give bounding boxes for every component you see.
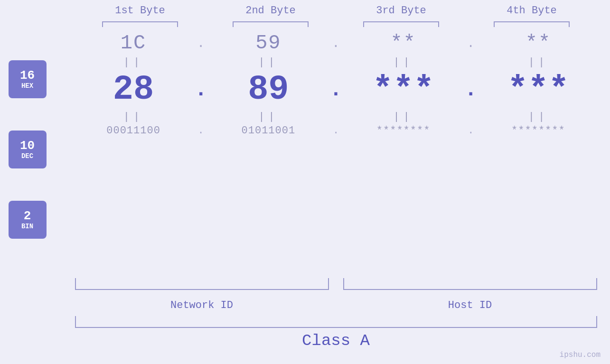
dec-byte4-cell: *** xyxy=(491,70,586,109)
bracket-line-4 xyxy=(494,21,570,22)
eq1-b1: || xyxy=(86,56,181,68)
bracket-cell-1 xyxy=(93,21,188,22)
bottom-section: Network ID Host ID xyxy=(75,278,597,311)
bracket-cell-3 xyxy=(354,21,449,22)
bin-byte1-cell: 00011100 xyxy=(86,125,181,137)
network-id-label: Network ID xyxy=(75,299,329,311)
byte-headers: 1st Byte 2nd Byte 3rd Byte 4th Byte xyxy=(75,5,597,17)
eq1-b3: || xyxy=(356,56,451,68)
bin-byte2-cell: 01011001 xyxy=(221,125,316,137)
dec-byte1-value: 28 xyxy=(113,70,154,109)
eq2-b3: || xyxy=(356,111,451,123)
bin-dot2: . xyxy=(328,125,343,137)
bracket-cell-2 xyxy=(223,21,318,22)
hex-byte4-cell: ** xyxy=(491,32,586,55)
bin-byte1-value: 00011100 xyxy=(106,125,160,137)
dec-byte2-value: 89 xyxy=(248,70,289,109)
hex-byte3-value: ** xyxy=(390,32,416,55)
dec-dot3: . xyxy=(464,78,478,102)
hex-row: 1C . 59 . ** . ** xyxy=(70,32,602,55)
dec-row: 28 . 89 . *** . *** xyxy=(70,70,602,109)
dec-byte1-cell: 28 xyxy=(86,70,181,109)
network-bracket xyxy=(75,278,329,290)
hex-byte1-cell: 1C xyxy=(86,32,181,55)
bin-row: 00011100 . 01011001 . ******** . *******… xyxy=(70,125,602,137)
dec-byte2-cell: 89 xyxy=(221,70,316,109)
eq2-b4: || xyxy=(491,111,586,123)
dec-badge: 10 DEC xyxy=(9,131,47,168)
hex-badge: 16 HEX xyxy=(9,60,47,98)
dec-byte4-value: *** xyxy=(507,70,569,109)
class-label: Class A xyxy=(75,332,597,350)
bracket-line-1 xyxy=(102,21,178,22)
bin-byte4-value: ******** xyxy=(511,125,565,137)
full-bracket xyxy=(75,316,597,328)
hex-byte4-value: ** xyxy=(526,32,551,55)
watermark: ipshu.com xyxy=(560,351,601,359)
eq2-dot2 xyxy=(328,111,343,123)
id-brackets xyxy=(75,278,597,297)
hex-dot1: . xyxy=(194,36,208,51)
base-labels: 16 HEX 10 DEC 2 BIN xyxy=(9,32,70,271)
host-id-label: Host ID xyxy=(343,299,597,311)
eq1-b2: || xyxy=(221,56,316,68)
eq2-b1: || xyxy=(86,111,181,123)
eq1-b4: || xyxy=(491,56,586,68)
dec-dot1: . xyxy=(194,78,208,102)
eq-dot1 xyxy=(194,56,208,68)
eq2-dot3 xyxy=(464,111,478,123)
main-container: 1st Byte 2nd Byte 3rd Byte 4th Byte 16 H… xyxy=(0,0,610,364)
dec-byte3-cell: *** xyxy=(356,70,451,109)
dec-byte3-value: *** xyxy=(373,70,434,109)
bin-byte3-value: ******** xyxy=(376,125,431,137)
bin-byte4-cell: ******** xyxy=(491,125,586,137)
bin-byte2-value: 01011001 xyxy=(242,125,296,137)
id-labels: Network ID Host ID xyxy=(75,299,597,311)
eq2-dot1 xyxy=(194,111,208,123)
hex-byte2-cell: 59 xyxy=(221,32,316,55)
hex-byte1-value: 1C xyxy=(121,32,146,55)
dec-dot2: . xyxy=(328,78,343,102)
byte2-header: 2nd Byte xyxy=(223,5,318,17)
byte1-header: 1st Byte xyxy=(93,5,188,17)
equals-row-1: || || || || xyxy=(70,55,602,70)
hex-byte2-value: 59 xyxy=(255,32,281,55)
byte4-header: 4th Byte xyxy=(484,5,579,17)
bin-badge: 2 BIN xyxy=(9,201,47,239)
bracket-cell-4 xyxy=(484,21,579,22)
hex-dot2: . xyxy=(328,36,343,51)
main-area: 16 HEX 10 DEC 2 BIN 1C . 59 xyxy=(9,32,602,271)
bracket-line-3 xyxy=(363,21,439,22)
hex-dot3: . xyxy=(464,36,478,51)
bin-dot1: . xyxy=(194,125,208,137)
eq2-b2: || xyxy=(221,111,316,123)
hex-byte3-cell: ** xyxy=(356,32,451,55)
equals-row-2: || || || || xyxy=(70,109,602,125)
eq-dot3 xyxy=(464,56,478,68)
byte3-header: 3rd Byte xyxy=(354,5,449,17)
eq-dot2 xyxy=(328,56,343,68)
rows-area: 1C . 59 . ** . ** || || xyxy=(70,32,602,137)
host-bracket xyxy=(343,278,597,290)
bin-byte3-cell: ******** xyxy=(356,125,451,137)
bracket-lines-row xyxy=(75,21,597,22)
bin-dot3: . xyxy=(464,125,478,137)
bracket-line-2 xyxy=(233,21,309,22)
